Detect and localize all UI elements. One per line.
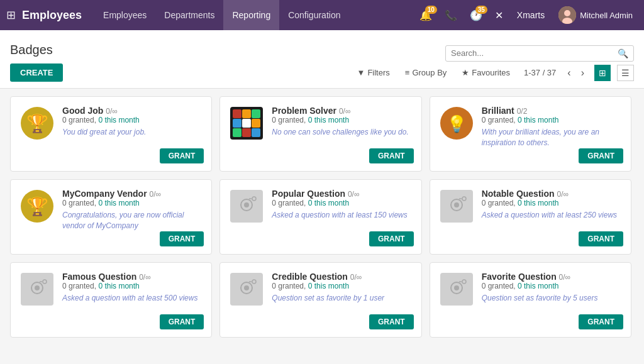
toolbar: CREATE ▼ Filters ≡ Group By ★ Favourites… (10, 63, 634, 88)
create-button[interactable]: CREATE (10, 63, 63, 82)
badge-desc: You did great at your job. (62, 127, 203, 138)
grid-icon[interactable]: ⊞ (6, 8, 16, 22)
list-view-button[interactable]: ☰ (617, 65, 634, 81)
brand-label: Employees (22, 9, 82, 22)
search-icon[interactable]: 🔍 (618, 48, 628, 58)
svg-point-1 (564, 10, 570, 16)
wrench-icon: ✕ (495, 9, 503, 21)
month-link[interactable]: 0 this month (308, 116, 349, 124)
page-header: Badges 🔍 CREATE ▼ Filters ≡ Group By (0, 30, 644, 89)
notifications-btn[interactable]: 🔔 10 (414, 7, 437, 24)
svg-rect-13 (242, 128, 251, 137)
badge-card: 💡 Brilliant 0/2 0 granted, 0 this month … (430, 96, 631, 172)
month-link[interactable]: 0 this month (98, 199, 139, 207)
badge-card: 🏆 Good Job 0/∞ 0 granted, 0 this month Y… (10, 96, 212, 172)
badge-info: Notable Question 0/∞ 0 granted, 0 this m… (482, 189, 622, 221)
badge-stats: 0 granted, 0 this month (482, 199, 622, 207)
phone-btn[interactable]: 📞 (440, 7, 462, 24)
badge-card-top: Popular Question 0/∞ 0 granted, 0 this m… (229, 189, 412, 224)
clock-btn[interactable]: 🕐 35 (465, 7, 487, 24)
nav-reporting[interactable]: Reporting (223, 0, 279, 30)
badge-name: MyCompany Vendor 0/∞ (62, 189, 203, 199)
badge-desc: Congratulations, you are now official ve… (62, 210, 203, 231)
badge-card-top: Problem Solver 0/∞ 0 granted, 0 this mon… (229, 106, 412, 141)
month-link[interactable]: 0 this month (98, 116, 139, 124)
grant-button[interactable]: GRANT (160, 148, 204, 163)
badge-image (229, 189, 264, 224)
month-link[interactable]: 0 this month (98, 282, 139, 290)
nav-configuration[interactable]: Configuration (279, 0, 349, 30)
badge-info: MyCompany Vendor 0/∞ 0 granted, 0 this m… (62, 189, 203, 231)
badge-stats: 0 granted, 0 this month (62, 116, 203, 124)
badge-image (229, 106, 264, 141)
pagination-info: 1-37 / 37 (524, 68, 556, 77)
svg-rect-12 (233, 128, 242, 137)
avatar (558, 6, 576, 24)
badge-stats: 0 granted, 0 this month (62, 199, 203, 207)
badge-name: Notable Question 0/∞ (482, 189, 622, 199)
grant-button[interactable]: GRANT (160, 314, 204, 329)
badge-desc: With your brilliant ideas, you are an in… (482, 127, 622, 148)
svg-point-31 (35, 285, 40, 290)
user-name: Mitchell Admin (580, 11, 633, 20)
favourites-button[interactable]: ★ Favourites (455, 65, 516, 80)
month-link[interactable]: 0 this month (518, 116, 558, 124)
badge-stats: 0 granted, 0 this month (62, 282, 203, 290)
grant-button[interactable]: GRANT (369, 314, 414, 329)
badge-name: Credible Question 0/∞ (272, 272, 412, 282)
grant-button[interactable]: GRANT (579, 148, 623, 163)
filters-button[interactable]: ▼ Filters (351, 65, 396, 80)
svg-rect-10 (242, 119, 251, 128)
badge-card: Famous Question 0/∞ 0 granted, 0 this mo… (10, 262, 212, 338)
month-link[interactable]: 0 this month (518, 282, 558, 290)
svg-rect-14 (252, 128, 260, 137)
svg-point-21 (244, 202, 249, 207)
wrench-btn[interactable]: ✕ (490, 7, 508, 24)
svg-rect-8 (252, 109, 260, 118)
svg-text:🏆: 🏆 (26, 196, 48, 217)
group-by-button[interactable]: ≡ Group By (399, 65, 453, 80)
star-icon: ★ (462, 68, 469, 77)
badge-stats: 0 granted, 0 this month (272, 282, 412, 290)
badge-name: Famous Question 0/∞ (62, 272, 203, 282)
top-nav-right: 🔔 10 📞 🕐 35 ✕ Xmarts (414, 6, 638, 24)
badge-card: 🏆 MyCompany Vendor 0/∞ 0 granted, 0 this… (10, 179, 212, 255)
svg-text:💡: 💡 (447, 114, 467, 134)
badge-name: Popular Question 0/∞ (272, 189, 412, 199)
clock-count: 35 (475, 6, 487, 14)
badge-info: Problem Solver 0/∞ 0 granted, 0 this mon… (272, 106, 412, 138)
main-content: 🏆 Good Job 0/∞ 0 granted, 0 this month Y… (0, 89, 644, 361)
badge-name: Favorite Question 0/∞ (482, 272, 622, 282)
svg-rect-7 (242, 109, 251, 118)
user-menu[interactable]: Mitchell Admin (553, 6, 638, 24)
month-link[interactable]: 0 this month (308, 282, 349, 290)
group-icon: ≡ (405, 68, 410, 77)
badge-name: Good Job 0/∞ (62, 106, 203, 116)
badges-grid: 🏆 Good Job 0/∞ 0 granted, 0 this month Y… (10, 96, 631, 338)
grant-button[interactable]: GRANT (369, 148, 414, 163)
next-page-button[interactable]: › (577, 66, 588, 80)
grant-button[interactable]: GRANT (579, 314, 623, 329)
badge-image: 🏆 (19, 106, 55, 141)
month-link[interactable]: 0 this month (308, 199, 349, 207)
search-input[interactable] (451, 48, 618, 58)
badge-stats: 0 granted, 0 this month (272, 199, 412, 207)
badge-desc: Asked a question with at least 150 views (272, 210, 412, 221)
badge-desc: No one can solve challenges like you do. (272, 127, 412, 138)
grid-view-button[interactable]: ⊞ (594, 65, 611, 81)
badge-stats: 0 granted, 0 this month (272, 116, 412, 124)
xmarts-link[interactable]: Xmarts (511, 10, 551, 20)
prev-page-button[interactable]: ‹ (564, 66, 574, 80)
grant-button[interactable]: GRANT (160, 231, 204, 246)
badge-info: Popular Question 0/∞ 0 granted, 0 this m… (272, 189, 412, 221)
nav-employees[interactable]: Employees (94, 0, 155, 30)
badge-card: Credible Question 0/∞ 0 granted, 0 this … (219, 262, 421, 338)
nav-departments[interactable]: Departments (155, 0, 223, 30)
month-link[interactable]: 0 this month (518, 199, 558, 207)
badge-info: Credible Question 0/∞ 0 granted, 0 this … (272, 272, 412, 304)
grant-button[interactable]: GRANT (579, 231, 623, 246)
badge-desc: Asked a question with at least 250 views (482, 210, 622, 221)
top-menu: Employees Departments Reporting Configur… (94, 0, 414, 30)
grant-button[interactable]: GRANT (369, 231, 414, 246)
svg-point-36 (244, 285, 249, 290)
